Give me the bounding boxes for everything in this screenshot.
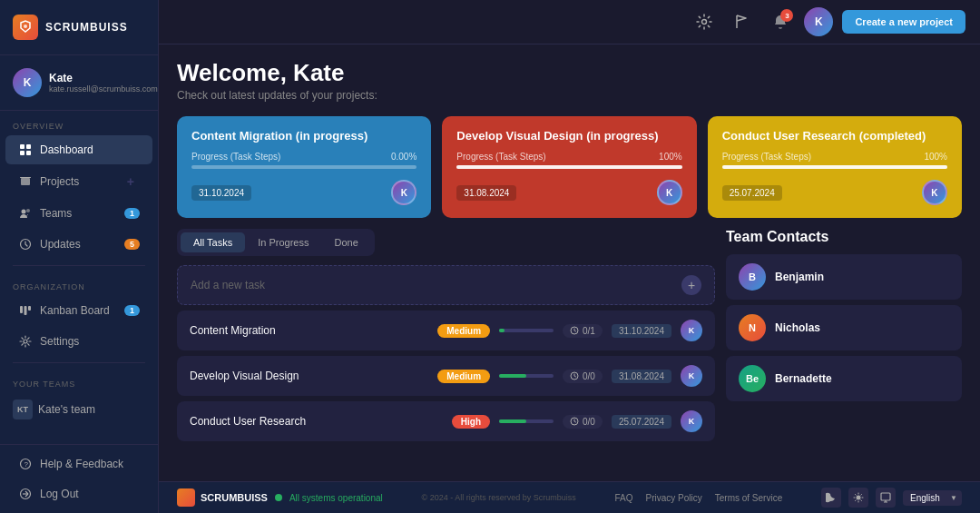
dashboard-label: Dashboard <box>40 143 93 156</box>
kates-team-item[interactable]: KT Kate's team <box>0 392 158 427</box>
contact-avatar-bernadette: Be <box>739 365 766 392</box>
team-contacts: Team Contacts B Benjamin N Nicholas Be B… <box>726 229 962 474</box>
card-footer-3: 25.07.2024 K <box>722 180 947 205</box>
task-name-3: Conduct User Research <box>190 415 443 428</box>
sidebar-divider-2 <box>13 362 145 363</box>
task-name-1: Content Migration <box>190 324 428 337</box>
add-task-label: Add a new task <box>191 279 265 291</box>
team-initials: KT <box>13 400 33 419</box>
contact-name-benjamin: Benjamin <box>775 271 824 283</box>
notif-count: 3 <box>780 9 793 22</box>
user-name: Kate <box>49 72 158 84</box>
task-row-1[interactable]: Content Migration Medium 0/1 31.10.2024 … <box>177 311 715 350</box>
page-subtitle: Check out latest updates of your project… <box>177 89 962 102</box>
progress-bar-fill-3 <box>722 165 947 169</box>
task-row-3[interactable]: Conduct User Research High 0/0 25.07.202… <box>177 401 715 441</box>
user-avatar: K <box>13 68 42 97</box>
user-avatar-topnav[interactable]: K <box>804 7 833 36</box>
sidebar-item-dashboard[interactable]: Dashboard <box>5 135 152 164</box>
user-email: kate.russell@scrumbuiss.com <box>49 84 158 94</box>
create-project-button[interactable]: Create a new project <box>842 10 965 34</box>
task-priority-3: High <box>452 415 490 429</box>
card-footer-2: 31.08.2024 K <box>456 180 681 205</box>
sidebar: SCRUMBUISS K Kate kate.russell@scrumbuis… <box>0 0 159 513</box>
sidebar-item-logout[interactable]: Log Out <box>5 479 152 508</box>
moon-icon[interactable] <box>821 488 841 508</box>
footer-privacy[interactable]: Privacy Policy <box>646 493 702 503</box>
kanban-badge: 1 <box>124 305 140 316</box>
svg-point-20 <box>702 20 707 25</box>
footer-faq[interactable]: FAQ <box>614 493 632 503</box>
notifications-icon[interactable]: 3 <box>766 7 795 36</box>
add-task-plus-icon[interactable]: + <box>681 275 701 295</box>
footer-right: English German French Spanish ▼ <box>821 488 962 508</box>
teams-label: Teams <box>40 207 72 220</box>
sidebar-item-updates[interactable]: Updates 5 <box>5 230 152 259</box>
projects-badge: + <box>122 173 140 190</box>
task-progress-bar-1 <box>499 329 554 332</box>
sidebar-item-kanban[interactable]: Kanban Board 1 <box>5 296 152 325</box>
footer-terms[interactable]: Terms of Service <box>715 493 782 503</box>
card-title-1: Content Migration (in progress) <box>191 129 416 143</box>
sidebar-item-help[interactable]: ? Help & Feedback <box>5 449 152 478</box>
projects-label: Projects <box>40 175 79 188</box>
sidebar-item-projects[interactable]: Projects + <box>5 166 152 197</box>
contact-card-bernadette[interactable]: Be Bernadette <box>726 356 962 401</box>
footer-logo-text: SCRUMBUISS <box>201 492 268 503</box>
contact-card-benjamin[interactable]: B Benjamin <box>726 254 962 300</box>
sidebar-item-teams[interactable]: Teams 1 <box>5 199 152 228</box>
footer: SCRUMBUISS All systems operational © 202… <box>159 481 980 513</box>
language-select[interactable]: English German French Spanish <box>903 490 962 506</box>
task-avatar-3: K <box>681 410 702 432</box>
sidebar-logo[interactable]: SCRUMBUISS <box>0 0 158 55</box>
team-name: Kate's team <box>38 403 95 416</box>
overview-label: Overview <box>0 111 158 134</box>
svg-text:?: ? <box>24 460 29 469</box>
svg-rect-2 <box>26 144 31 149</box>
task-priority-1: Medium <box>437 324 490 338</box>
sun-icon[interactable] <box>848 488 868 508</box>
svg-rect-1 <box>20 144 24 149</box>
contact-card-nicholas[interactable]: N Nicholas <box>726 305 962 350</box>
project-card-content-migration[interactable]: Content Migration (in progress) Progress… <box>177 116 431 218</box>
add-task-row[interactable]: Add a new task + <box>177 265 715 305</box>
sidebar-item-settings[interactable]: Settings <box>5 327 152 356</box>
progress-bar-bg-2 <box>456 165 681 169</box>
tab-all-tasks[interactable]: All Tasks <box>181 232 245 252</box>
sidebar-divider-1 <box>13 265 145 266</box>
card-date-3: 25.07.2024 <box>722 185 782 201</box>
card-progress-label-1: Progress (Task Steps) 0.00% <box>191 152 416 162</box>
task-name-2: Develop Visual Design <box>190 370 428 382</box>
svg-rect-6 <box>20 177 31 178</box>
tab-in-progress[interactable]: In Progress <box>245 232 321 252</box>
progress-bar-bg-1 <box>191 165 416 169</box>
footer-logo: SCRUMBUISS <box>177 488 268 507</box>
task-progress-bar-2 <box>499 374 554 378</box>
tab-done[interactable]: Done <box>321 232 370 252</box>
task-count-2: 0/0 <box>563 370 603 383</box>
page-content: Welcome, Kate Check out latest updates o… <box>159 44 980 481</box>
flag-icon[interactable] <box>728 7 757 36</box>
your-teams-label: Your Teams <box>0 369 158 392</box>
project-card-visual-design[interactable]: Develop Visual Design (in progress) Prog… <box>442 116 696 218</box>
progress-bar-bg-3 <box>722 165 947 169</box>
teams-badge: 1 <box>124 208 140 219</box>
card-progress-label-2: Progress (Task Steps) 100% <box>456 152 681 162</box>
settings-label: Settings <box>40 335 79 348</box>
project-card-user-research[interactable]: Conduct User Research (completed) Progre… <box>708 116 962 218</box>
footer-copyright: © 2024 - All rights reserved by Scrumbui… <box>422 493 576 502</box>
footer-left: SCRUMBUISS All systems operational <box>177 488 383 507</box>
task-avatar-1: K <box>681 320 702 341</box>
monitor-icon[interactable] <box>876 488 896 508</box>
svg-rect-10 <box>20 306 23 313</box>
task-row-2[interactable]: Develop Visual Design Medium 0/0 31.08.2… <box>177 356 715 396</box>
settings-topnav-icon[interactable] <box>690 7 719 36</box>
svg-point-7 <box>22 210 26 214</box>
task-date-2: 31.08.2024 <box>612 370 671 383</box>
language-selector[interactable]: English German French Spanish ▼ <box>903 490 962 506</box>
page-title: Welcome, Kate <box>177 59 962 87</box>
sidebar-user[interactable]: K Kate kate.russell@scrumbuiss.com <box>0 55 158 111</box>
task-count-3: 0/0 <box>563 415 603 429</box>
card-title-3: Conduct User Research (completed) <box>722 129 947 143</box>
task-date-1: 31.10.2024 <box>612 324 671 338</box>
